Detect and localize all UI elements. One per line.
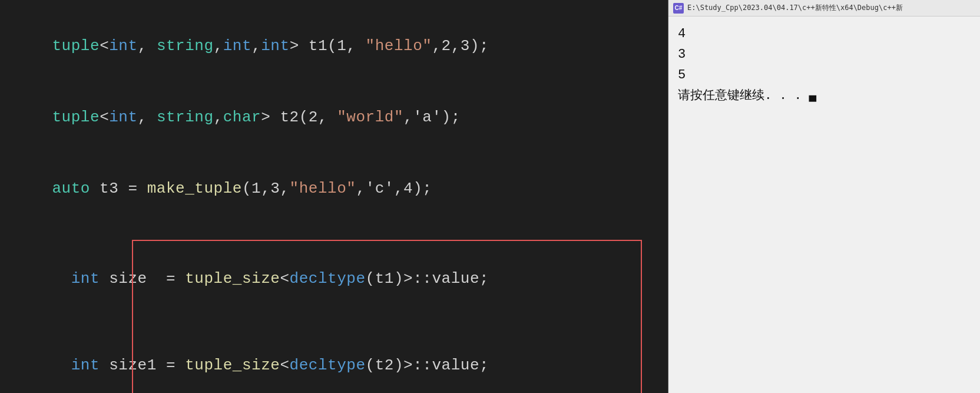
output-panel: C# E:\Study_Cpp\2023.04\04.17\c++新特性\x64…: [668, 0, 980, 393]
code-line-2: tuple<int, string,char> t2(2, "world",'a…: [14, 82, 654, 153]
spacer-2: [14, 318, 654, 326]
output-line-1: 4: [678, 24, 971, 44]
output-content: 4 3 5 请按任意键继续. . . ▄: [668, 16, 980, 393]
output-line-3: 5: [678, 65, 971, 85]
highlighted-section: int size = tuple_size<decltype(t1)>::val…: [14, 240, 654, 393]
code-line-size: int size = tuple_size<decltype(t1)>::val…: [14, 240, 654, 318]
code-line-1: tuple<int, string,int,int> t1(1, "hello"…: [14, 11, 654, 82]
spacer-1: [14, 224, 654, 240]
output-prompt: 请按任意键继续. . . ▄: [678, 86, 971, 106]
code-line-3: auto t3 = make_tuple(1,3,"hello",'c',4);: [14, 153, 654, 224]
output-icon: C#: [673, 3, 684, 14]
code-editor: tuple<int, string,int,int> t1(1, "hello"…: [0, 0, 668, 393]
output-path: E:\Study_Cpp\2023.04\04.17\c++新特性\x64\De…: [687, 3, 903, 13]
output-line-2: 3: [678, 44, 971, 65]
code-line-size1: int size1 = tuple_size<decltype(t2)>::va…: [14, 326, 654, 393]
output-titlebar: C# E:\Study_Cpp\2023.04\04.17\c++新特性\x64…: [668, 0, 980, 16]
